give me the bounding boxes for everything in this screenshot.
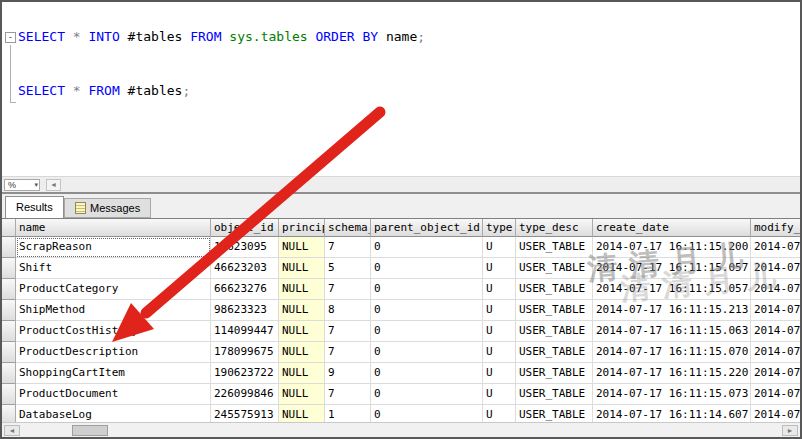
grid-cell[interactable]: 0 xyxy=(371,300,483,321)
grid-cell[interactable]: USER_TABLE xyxy=(516,321,593,342)
row-selector[interactable] xyxy=(2,405,16,422)
grid-cell[interactable]: USER_TABLE xyxy=(516,258,593,279)
tab-results[interactable]: Results xyxy=(5,196,64,218)
grid-header-principal_id[interactable]: principal_id xyxy=(279,219,325,237)
grid-cell[interactable]: U xyxy=(483,279,516,300)
grid-cell[interactable]: 2014-07- xyxy=(751,405,800,422)
grid-cell[interactable]: ShipMethod xyxy=(16,300,211,321)
grid-cell[interactable]: DatabaseLog xyxy=(16,405,211,422)
grid-cell[interactable]: 2014-07-17 16:11:15.220 xyxy=(593,363,751,384)
grid-cell[interactable]: 2014-07- xyxy=(751,258,800,279)
grid-cell[interactable]: 0 xyxy=(371,258,483,279)
grid-cell[interactable]: NULL xyxy=(279,237,325,258)
grid-cell[interactable]: 66623276 xyxy=(211,279,279,300)
grid-cell[interactable]: 2014-07- xyxy=(751,279,800,300)
grid-cell[interactable]: USER_TABLE xyxy=(516,300,593,321)
grid-header-name[interactable]: name xyxy=(16,219,211,237)
grid-cell[interactable]: 2014-07-17 16:11:15.057 xyxy=(593,258,751,279)
select-all-corner[interactable] xyxy=(2,219,16,237)
grid-cell[interactable]: ScrapReason xyxy=(16,237,211,258)
grid-cell[interactable]: 2014-07- xyxy=(751,363,800,384)
grid-header-create_date[interactable]: create_date xyxy=(593,219,751,237)
grid-cell[interactable]: 2014-07- xyxy=(751,237,800,258)
grid-cell[interactable]: 2014-07- xyxy=(751,342,800,363)
sql-editor[interactable]: - SELECT * INTO #tables FROM sys.tables … xyxy=(2,2,800,176)
grid-header-type[interactable]: type xyxy=(483,219,516,237)
grid-cell[interactable]: 2014-07-17 16:11:15.070 xyxy=(593,342,751,363)
grid-cell[interactable]: 178099675 xyxy=(211,342,279,363)
grid-cell[interactable]: U xyxy=(483,258,516,279)
grid-cell[interactable]: 9 xyxy=(325,363,371,384)
horizontal-scrollbar[interactable]: ◄ ► xyxy=(2,422,800,437)
row-selector[interactable] xyxy=(2,384,16,405)
grid-cell[interactable]: U xyxy=(483,384,516,405)
scroll-left-icon[interactable]: ◄ xyxy=(4,425,20,436)
grid-cell[interactable]: 190623722 xyxy=(211,363,279,384)
collapse-region-icon[interactable]: - xyxy=(5,32,16,43)
grid-cell[interactable]: NULL xyxy=(279,279,325,300)
grid-cell[interactable]: NULL xyxy=(279,342,325,363)
grid-cell[interactable]: U xyxy=(483,300,516,321)
grid-cell[interactable]: 2014-07-17 16:11:15.057 xyxy=(593,279,751,300)
row-selector[interactable] xyxy=(2,279,16,300)
grid-cell[interactable]: U xyxy=(483,237,516,258)
grid-cell[interactable]: 2014-07-17 16:11:15.200 xyxy=(593,237,751,258)
grid-cell[interactable]: 0 xyxy=(371,342,483,363)
grid-cell[interactable]: 46623203 xyxy=(211,258,279,279)
zoom-percent-combo[interactable]: % ▾ xyxy=(4,179,40,191)
row-selector[interactable] xyxy=(2,237,16,258)
grid-header-modify_date[interactable]: modify_date xyxy=(751,219,800,237)
row-selector[interactable] xyxy=(2,258,16,279)
grid-cell[interactable]: 0 xyxy=(371,363,483,384)
grid-cell[interactable]: ShoppingCartItem xyxy=(16,363,211,384)
grid-cell[interactable]: 2014-07- xyxy=(751,384,800,405)
grid-cell[interactable]: ProductDocument xyxy=(16,384,211,405)
grid-cell[interactable]: 0 xyxy=(371,405,483,422)
grid-cell[interactable]: NULL xyxy=(279,363,325,384)
grid-header-parent_object_id[interactable]: parent_object_id xyxy=(371,219,483,237)
grid-cell[interactable]: 2014-07- xyxy=(751,321,800,342)
grid-cell[interactable]: NULL xyxy=(279,405,325,422)
grid-cell[interactable]: USER_TABLE xyxy=(516,405,593,422)
grid-cell[interactable]: USER_TABLE xyxy=(516,342,593,363)
grid-cell[interactable]: 7 xyxy=(325,321,371,342)
grid-cell[interactable]: USER_TABLE xyxy=(516,279,593,300)
grid-cell[interactable]: 2014-07-17 16:11:14.607 xyxy=(593,405,751,422)
grid-cell[interactable]: 7 xyxy=(325,342,371,363)
grid-cell[interactable]: 7 xyxy=(325,279,371,300)
tab-messages[interactable]: Messages xyxy=(64,198,151,218)
grid-cell[interactable]: NULL xyxy=(279,384,325,405)
grid-cell[interactable]: 245575913 xyxy=(211,405,279,422)
row-selector[interactable] xyxy=(2,321,16,342)
scrollbar-thumb[interactable] xyxy=(72,425,108,436)
grid-cell[interactable]: NULL xyxy=(279,300,325,321)
grid-cell[interactable]: 1 xyxy=(325,405,371,422)
grid-cell[interactable]: U xyxy=(483,405,516,422)
grid-cell[interactable]: U xyxy=(483,342,516,363)
grid-cell[interactable]: 98623323 xyxy=(211,300,279,321)
grid-cell[interactable]: NULL xyxy=(279,258,325,279)
grid-header-type_desc[interactable]: type_desc xyxy=(516,219,593,237)
grid-cell[interactable]: 8 xyxy=(325,300,371,321)
grid-cell[interactable]: 114099447 xyxy=(211,321,279,342)
grid-cell[interactable]: 226099846 xyxy=(211,384,279,405)
grid-cell[interactable]: 2014-07-17 16:11:15.063 xyxy=(593,321,751,342)
grid-cell[interactable]: NULL xyxy=(279,321,325,342)
chevron-down-icon[interactable]: ▾ xyxy=(34,180,38,190)
grid-cell[interactable]: 2014-07- xyxy=(751,300,800,321)
grid-cell[interactable]: USER_TABLE xyxy=(516,384,593,405)
grid-cell[interactable]: 7 xyxy=(325,237,371,258)
grid-cell[interactable]: USER_TABLE xyxy=(516,237,593,258)
grid-cell[interactable]: 2014-07-17 16:11:15.213 xyxy=(593,300,751,321)
row-selector[interactable] xyxy=(2,342,16,363)
grid-cell[interactable]: USER_TABLE xyxy=(516,363,593,384)
grid-header-schema_id[interactable]: schema_id xyxy=(325,219,371,237)
grid-cell[interactable]: ProductCategory xyxy=(16,279,211,300)
row-selector[interactable] xyxy=(2,363,16,384)
grid-cell[interactable]: 2014-07-17 16:11:15.073 xyxy=(593,384,751,405)
grid-cell[interactable]: 5 xyxy=(325,258,371,279)
grid-cell[interactable]: ProductDescription xyxy=(16,342,211,363)
grid-header-object_id[interactable]: object_id xyxy=(211,219,279,237)
grid-cell[interactable]: U xyxy=(483,321,516,342)
grid-cell[interactable]: 14623095 xyxy=(211,237,279,258)
